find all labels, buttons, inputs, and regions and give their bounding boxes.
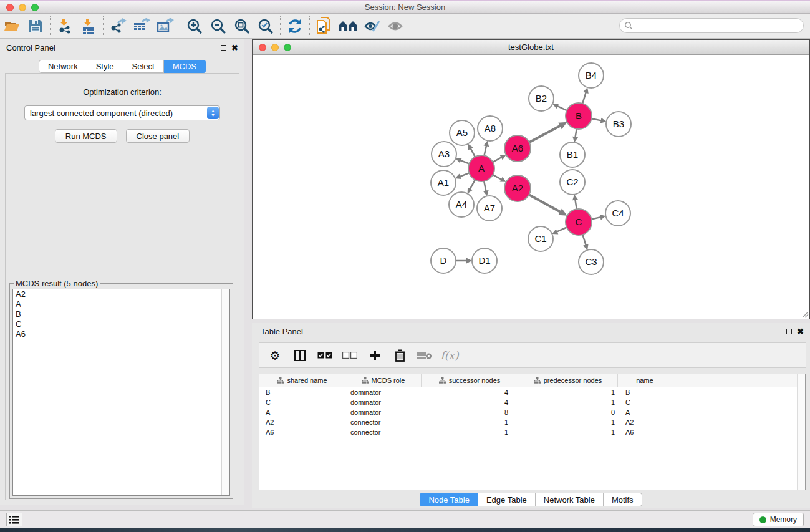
- float-panel-icon[interactable]: [221, 45, 226, 51]
- show-graphics-details-button[interactable]: [360, 16, 383, 37]
- run-mcds-button[interactable]: Run MCDS: [55, 129, 117, 143]
- table-cell[interactable]: 4: [422, 399, 518, 406]
- apply-layout-button[interactable]: [283, 16, 307, 37]
- table-cell[interactable]: 1: [518, 428, 618, 436]
- hide-graphics-details-button[interactable]: [383, 16, 407, 37]
- mcds-result-item[interactable]: B: [13, 309, 229, 319]
- table-cell[interactable]: A6: [259, 428, 345, 436]
- graph-edge-A-A7[interactable]: [484, 181, 486, 192]
- column-header-shared-name[interactable]: shared name: [259, 374, 345, 387]
- mcds-result-item[interactable]: A2: [13, 289, 229, 299]
- table-cell[interactable]: B: [259, 389, 345, 396]
- export-table-button[interactable]: [130, 16, 153, 37]
- graph-edge-A-A1[interactable]: [459, 173, 469, 177]
- graph-edge-A-A2[interactable]: [493, 175, 502, 180]
- table-cell[interactable]: connector: [345, 418, 422, 426]
- table-cell[interactable]: C: [259, 399, 345, 406]
- delete-table-button[interactable]: [415, 346, 434, 365]
- network-canvas[interactable]: B4B2BB3A8A5A6A3B1AA1C2A2A4A7C4CC1DD1C3: [253, 55, 809, 319]
- result-list-scrollbar[interactable]: [221, 289, 229, 495]
- table-cell[interactable]: 1: [518, 418, 618, 426]
- criterion-dropdown[interactable]: largest connected component (directed) ▲…: [24, 105, 220, 120]
- tab-edge-table[interactable]: Edge Table: [478, 493, 536, 506]
- search-input[interactable]: [619, 18, 804, 33]
- task-history-button[interactable]: [6, 513, 22, 526]
- zoom-selected-button[interactable]: [254, 16, 277, 37]
- table-cell[interactable]: A2: [618, 418, 672, 426]
- tab-select[interactable]: Select: [123, 60, 164, 73]
- table-cell[interactable]: C: [618, 399, 672, 406]
- close-panel-button[interactable]: Close panel: [126, 129, 190, 143]
- table-cell[interactable]: A6: [618, 428, 672, 436]
- table-cell[interactable]: 0: [518, 409, 618, 416]
- tab-network[interactable]: Network: [39, 60, 87, 73]
- export-image-button[interactable]: [153, 16, 177, 37]
- table-cell[interactable]: 8: [422, 409, 518, 416]
- graph-edge-A6-B[interactable]: [529, 125, 561, 142]
- table-cell[interactable]: A2: [259, 418, 345, 426]
- graph-edge-A-A3[interactable]: [460, 160, 469, 164]
- graph-edge-B-B4[interactable]: [582, 92, 586, 104]
- table-cell[interactable]: 1: [518, 399, 618, 406]
- mcds-result-item[interactable]: C: [13, 319, 229, 329]
- function-builder-button[interactable]: f(x): [440, 346, 459, 365]
- graph-edge-A-A5[interactable]: [470, 148, 475, 157]
- graph-edge-A-A6[interactable]: [493, 157, 502, 162]
- table-cell[interactable]: 4: [422, 389, 518, 396]
- zoom-out-button[interactable]: [206, 16, 230, 37]
- table-cell[interactable]: A: [259, 409, 345, 416]
- table-scrollbar[interactable]: [797, 374, 805, 490]
- table-cell[interactable]: dominator: [345, 389, 422, 396]
- graph-edge-C-C2[interactable]: [575, 199, 577, 210]
- mcds-result-item[interactable]: A: [13, 299, 229, 309]
- graph-edge-C-C3[interactable]: [582, 235, 586, 246]
- import-network-button[interactable]: [53, 16, 77, 37]
- table-row[interactable]: Adominator80A: [259, 407, 805, 417]
- tab-motifs[interactable]: Motifs: [604, 493, 642, 506]
- select-all-columns-button[interactable]: [316, 346, 334, 365]
- show-column-button[interactable]: [291, 346, 309, 365]
- graph-edge-A2-C[interactable]: [529, 195, 561, 212]
- graph-edge-B-B3[interactable]: [592, 118, 602, 120]
- export-network-button[interactable]: [106, 16, 130, 37]
- table-cell[interactable]: connector: [345, 428, 422, 436]
- graph-edge-C-C4[interactable]: [591, 217, 601, 220]
- table-cell[interactable]: 1: [422, 428, 518, 436]
- delete-columns-button[interactable]: [390, 346, 409, 365]
- import-table-button[interactable]: [77, 16, 100, 37]
- table-cell[interactable]: dominator: [345, 399, 422, 406]
- column-header-successor-nodes[interactable]: successor nodes: [422, 374, 518, 387]
- column-header-predecessor-nodes[interactable]: predecessor nodes: [518, 374, 618, 387]
- table-row[interactable]: A2connector11A2: [259, 417, 805, 427]
- table-cell[interactable]: 1: [518, 389, 618, 396]
- create-column-button[interactable]: [365, 346, 384, 365]
- mcds-result-list[interactable]: A2ABCA6: [12, 289, 230, 496]
- zoom-fit-button[interactable]: [230, 16, 254, 37]
- graph-edge-A-A8[interactable]: [484, 145, 486, 155]
- close-panel-icon[interactable]: ✖: [797, 327, 804, 336]
- tab-style[interactable]: Style: [87, 60, 123, 73]
- table-options-button[interactable]: ⚙: [266, 346, 284, 365]
- table-row[interactable]: Cdominator41C: [259, 397, 805, 407]
- memory-button[interactable]: Memory: [753, 513, 804, 526]
- table-row[interactable]: Bdominator41B: [259, 387, 805, 397]
- unselect-all-columns-button[interactable]: [340, 346, 359, 365]
- home-pages-button[interactable]: [336, 16, 360, 37]
- column-header-name[interactable]: name: [618, 374, 672, 387]
- close-panel-icon[interactable]: ✖: [231, 44, 238, 52]
- table-row[interactable]: A6connector11A6: [259, 427, 805, 437]
- network-from-selection-button[interactable]: [312, 16, 336, 37]
- table-cell[interactable]: B: [618, 389, 672, 396]
- open-session-button[interactable]: [0, 16, 24, 37]
- resize-grip[interactable]: [800, 309, 809, 318]
- save-session-button[interactable]: [24, 16, 47, 37]
- table-cell[interactable]: dominator: [345, 409, 422, 416]
- tab-node-table[interactable]: Node Table: [420, 493, 478, 506]
- column-header-mcds-role[interactable]: MCDS role: [345, 374, 422, 387]
- graph-edge-A-A4[interactable]: [470, 180, 475, 190]
- float-panel-icon[interactable]: [786, 329, 792, 334]
- graph-edge-B-B2[interactable]: [556, 105, 567, 110]
- zoom-in-button[interactable]: [183, 16, 206, 37]
- graph-edge-C-C1[interactable]: [556, 227, 567, 232]
- mcds-result-item[interactable]: A6: [13, 329, 229, 339]
